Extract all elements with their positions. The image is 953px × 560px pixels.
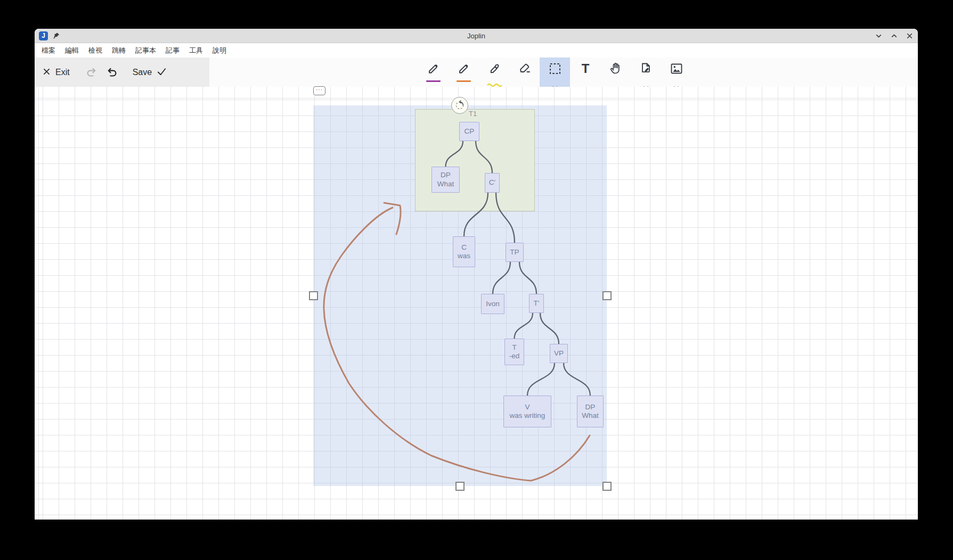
menu-item-edit[interactable]: 編輯	[60, 43, 84, 57]
exit-label: Exit	[55, 68, 70, 77]
tree-node-line: What	[437, 180, 454, 188]
window-controls	[875, 32, 914, 40]
tree-node-line: C	[461, 243, 467, 252]
tool-insert-image[interactable]	[661, 57, 691, 87]
menu-item-file[interactable]: 檔案	[37, 43, 60, 57]
tree-node-line: What	[582, 411, 599, 420]
undo-button[interactable]	[106, 65, 120, 80]
tree-node-line: was	[458, 252, 470, 260]
exit-button[interactable]: Exit	[42, 67, 70, 78]
minimize-button[interactable]	[875, 32, 883, 40]
tool-pan[interactable]	[600, 57, 631, 87]
close-button[interactable]	[906, 32, 914, 40]
menu-item-notebook[interactable]: 記事本	[131, 43, 161, 57]
tool-pen-1-color-swatch	[426, 80, 441, 82]
check-icon	[156, 66, 167, 79]
redo-icon	[84, 65, 97, 80]
tree-node-cp[interactable]: CP	[459, 122, 479, 141]
tree-node-line: -ed	[509, 352, 520, 360]
tree-node-vp[interactable]: VP	[550, 344, 568, 363]
tool-pen-1[interactable]	[418, 57, 449, 87]
redo-button[interactable]	[84, 65, 97, 80]
save-label: Save	[133, 68, 152, 77]
tree-node-line: T'	[534, 299, 540, 308]
menu-item-go[interactable]: 跳轉	[107, 43, 131, 57]
menu-item-view[interactable]: 檢視	[84, 43, 107, 57]
tree-edge-vp-v	[527, 363, 555, 396]
tree-edge-tbar-t	[515, 313, 533, 339]
tree-edge-tp-tbar	[519, 262, 536, 294]
tree-edge-vp-dp2	[564, 363, 590, 396]
tree-node-line: DP	[441, 171, 451, 179]
tree-node-line: TP	[510, 248, 519, 257]
tool-eraser[interactable]	[509, 57, 540, 87]
joplin-app-icon: J	[39, 31, 48, 40]
tree-node-dp2[interactable]: DPWhat	[577, 396, 604, 427]
tree-node-line: T	[512, 343, 516, 352]
tree-edge-cp-dp1	[446, 141, 463, 167]
tree-edge-cp-cbar	[476, 141, 492, 173]
tool-highlighter[interactable]	[479, 57, 509, 87]
tree-node-tbar[interactable]: T'	[529, 294, 544, 313]
selection-handle-mid-right[interactable]	[602, 291, 612, 300]
pin-icon	[53, 32, 60, 39]
tool-pen-2-color-swatch	[457, 80, 471, 82]
editor-toolbar: Exit Save T	[35, 57, 918, 88]
titlebar: J Joplin	[35, 29, 918, 43]
undo-icon	[106, 65, 120, 80]
editor-toolbar-left: Exit Save	[35, 57, 209, 87]
selection-menu-button[interactable]: ···	[313, 86, 325, 95]
tree-node-dp1[interactable]: DPWhat	[431, 167, 460, 193]
tree-node-v[interactable]: Vwas writing	[503, 396, 551, 427]
tree-node-cbar[interactable]: C'	[485, 173, 500, 193]
tree-node-line: C'	[489, 178, 495, 187]
selection-handle-bottom-center[interactable]	[455, 482, 465, 491]
rotate-icon	[454, 100, 466, 111]
svg-text:T: T	[581, 61, 589, 76]
menu-item-tools[interactable]: 工具	[184, 43, 208, 57]
tree-edge-tbar-vp	[540, 313, 559, 344]
tree-node-line: VP	[554, 349, 564, 358]
tree-node-c[interactable]: Cwas	[453, 236, 475, 267]
tree-node-ivon[interactable]: Ivon	[481, 294, 504, 314]
joplin-window: J Joplin 檔案編輯檢視跳轉記事本記事工具說明 Exit Save	[35, 29, 918, 520]
tree-node-line: was writing	[510, 411, 545, 420]
tree-edge-tp-ivon	[493, 262, 510, 294]
drawing-canvas[interactable]: T1CPDPWhatC'CwasTPIvonT'T-edVPVwas writi…	[35, 87, 918, 520]
tree-node-line: Ivon	[486, 300, 500, 308]
window-title: Joplin	[35, 32, 918, 40]
tool-pen-2[interactable]	[449, 57, 479, 87]
menu-item-note[interactable]: 記事	[161, 43, 184, 57]
selection-handle-mid-left[interactable]	[309, 291, 318, 300]
tool-text[interactable]: T	[570, 57, 600, 87]
selection-rotate-handle[interactable]	[451, 97, 468, 114]
menubar: 檔案編輯檢視跳轉記事本記事工具說明	[35, 43, 918, 57]
drawing-tools: T	[418, 57, 691, 87]
menu-item-help[interactable]: 說明	[208, 43, 231, 57]
maximize-button[interactable]	[890, 32, 898, 40]
tree-edge-cbar-c	[464, 193, 488, 236]
tool-select[interactable]	[540, 57, 570, 87]
tree-node-t[interactable]: T-ed	[504, 339, 524, 365]
tree-edge-cbar-tp	[496, 193, 515, 243]
save-button[interactable]: Save	[133, 66, 167, 79]
tree-node-tp[interactable]: TP	[506, 243, 524, 262]
selection-handle-bottom-right[interactable]	[602, 482, 612, 491]
tree-node-line: V	[525, 403, 530, 411]
tree-node-line: DP	[585, 403, 596, 411]
tree-node-line: CP	[465, 127, 475, 136]
close-x-icon	[42, 67, 51, 78]
drawing-strokes-layer	[35, 87, 918, 520]
tool-insert-page[interactable]	[631, 57, 661, 87]
